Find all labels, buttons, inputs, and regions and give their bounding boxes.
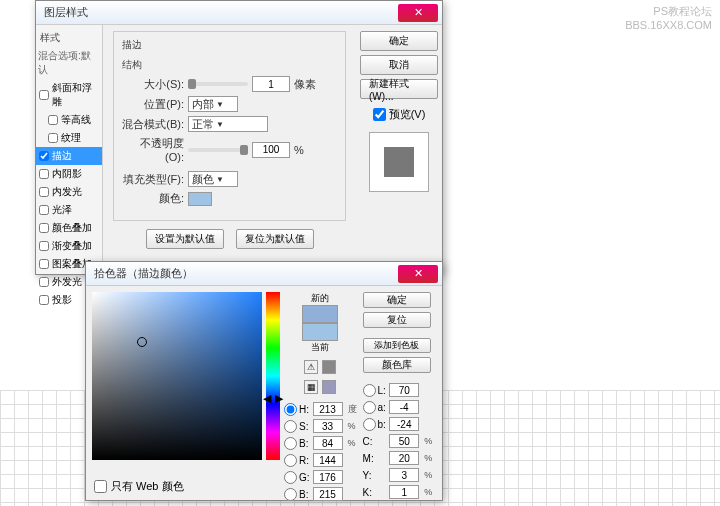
mode-radio[interactable] [284, 437, 297, 450]
color-ring[interactable] [137, 337, 147, 347]
val-input-Y[interactable] [389, 468, 419, 482]
val-label-L[interactable]: L: [363, 384, 387, 397]
set-default-button[interactable]: 设置为默认值 [146, 229, 224, 249]
sidebar-item-6[interactable]: 光泽 [36, 201, 102, 219]
reset-default-button[interactable]: 复位为默认值 [236, 229, 314, 249]
sidebar-check[interactable] [48, 115, 58, 125]
val-label-B[interactable]: B: [284, 437, 310, 450]
close-icon[interactable]: ✕ [398, 4, 438, 22]
position-dropdown[interactable]: 内部▼ [188, 96, 238, 112]
val-input-C[interactable] [389, 434, 419, 448]
sidebar-item-5[interactable]: 内发光 [36, 183, 102, 201]
sidebar-check[interactable] [39, 151, 49, 161]
val-input-L[interactable] [389, 383, 419, 397]
sidebar-check[interactable] [39, 205, 49, 215]
new-color-swatch[interactable] [302, 305, 338, 323]
val-label-Y[interactable]: Y: [363, 470, 387, 481]
mode-radio[interactable] [284, 403, 297, 416]
sidebar-check[interactable] [39, 259, 49, 269]
dlg1-titlebar[interactable]: 图层样式 ✕ [36, 1, 442, 25]
mode-radio[interactable] [284, 471, 297, 484]
current-color-swatch[interactable] [302, 323, 338, 341]
val-input-a[interactable] [389, 400, 419, 414]
picker-ok-button[interactable]: 确定 [363, 292, 431, 308]
picker-cancel-button[interactable]: 复位 [363, 312, 431, 328]
sidebar-item-label: 投影 [52, 293, 72, 307]
val-label-a[interactable]: a: [363, 401, 387, 414]
sidebar-check[interactable] [39, 277, 49, 287]
opacity-label: 不透明度(O): [122, 136, 184, 163]
val-input-B[interactable] [313, 487, 343, 501]
color-field[interactable] [92, 292, 262, 460]
color-picker-dialog: 拾色器（描边颜色） ✕ ◀▶ 新的 当前 ⚠ [85, 261, 443, 501]
websafe-swatch[interactable] [322, 380, 336, 394]
val-label-b[interactable]: b: [363, 418, 387, 431]
sidebar-item-7[interactable]: 颜色叠加 [36, 219, 102, 237]
opacity-slider[interactable] [188, 148, 248, 152]
val-label-H[interactable]: H: [284, 403, 310, 416]
sidebar-item-3[interactable]: 描边 [36, 147, 102, 165]
color-swatch[interactable] [188, 192, 212, 206]
add-swatch-button[interactable]: 添加到色板 [363, 338, 431, 353]
sidebar-check[interactable] [39, 187, 49, 197]
stroke-panel: 描边 结构 大小(S): 像素 位置(P): 内部▼ 混合模式(B): 正常▼ [103, 25, 356, 274]
mode-radio[interactable] [284, 454, 297, 467]
val-input-K[interactable] [389, 485, 419, 499]
size-input[interactable] [252, 76, 290, 92]
filltype-dropdown[interactable]: 颜色▼ [188, 171, 238, 187]
hue-slider[interactable]: ◀▶ [266, 292, 280, 460]
close-icon[interactable]: ✕ [398, 265, 438, 283]
gamut-warning-icon[interactable]: ⚠ [304, 360, 318, 374]
mode-radio[interactable] [284, 488, 297, 501]
struct-title: 结构 [122, 58, 337, 72]
sidebar-item-label: 渐变叠加 [52, 239, 92, 253]
mode-radio[interactable] [363, 384, 376, 397]
websafe-icon[interactable]: ▦ [304, 380, 318, 394]
mode-radio[interactable] [363, 418, 376, 431]
val-unit: % [424, 453, 432, 463]
dlg2-titlebar[interactable]: 拾色器（描边颜色） ✕ [86, 262, 442, 286]
gamut-swatch[interactable] [322, 360, 336, 374]
opacity-input[interactable] [252, 142, 290, 158]
mode-radio[interactable] [363, 401, 376, 414]
style-sidebar: 样式 混合选项:默认 斜面和浮雕等高线纹理描边内阴影内发光光泽颜色叠加渐变叠加图… [36, 25, 103, 274]
sidebar-item-1[interactable]: 等高线 [36, 111, 102, 129]
sidebar-item-2[interactable]: 纹理 [36, 129, 102, 147]
web-only-checkbox[interactable] [94, 480, 107, 493]
sidebar-check[interactable] [39, 241, 49, 251]
val-label-B[interactable]: B: [284, 488, 310, 501]
val-label-C[interactable]: C: [363, 436, 387, 447]
size-label: 大小(S): [122, 77, 184, 92]
val-label-S[interactable]: S: [284, 420, 310, 433]
size-slider[interactable] [188, 82, 248, 86]
val-label-R[interactable]: R: [284, 454, 310, 467]
val-label-G[interactable]: G: [284, 471, 310, 484]
val-label-M[interactable]: M: [363, 453, 387, 464]
sidebar-check[interactable] [48, 133, 58, 143]
preview-checkbox[interactable] [373, 108, 386, 121]
val-label-K[interactable]: K: [363, 487, 387, 498]
sidebar-item-0[interactable]: 斜面和浮雕 [36, 79, 102, 111]
val-input-H[interactable] [313, 402, 343, 416]
ok-button[interactable]: 确定 [360, 31, 438, 51]
cancel-button[interactable]: 取消 [360, 55, 438, 75]
sidebar-check[interactable] [39, 223, 49, 233]
preview-checkbox-row[interactable]: 预览(V) [373, 107, 426, 122]
val-input-R[interactable] [313, 453, 343, 467]
new-style-button[interactable]: 新建样式(W)... [360, 79, 438, 99]
blend-dropdown[interactable]: 正常▼ [188, 116, 268, 132]
sidebar-check[interactable] [39, 90, 49, 100]
val-input-G[interactable] [313, 470, 343, 484]
mode-radio[interactable] [284, 420, 297, 433]
sidebar-check[interactable] [39, 169, 49, 179]
sidebar-check[interactable] [39, 295, 49, 305]
sidebar-item-label: 内发光 [52, 185, 82, 199]
sidebar-item-8[interactable]: 渐变叠加 [36, 237, 102, 255]
val-input-S[interactable] [313, 419, 343, 433]
val-input-b[interactable] [389, 417, 419, 431]
val-input-M[interactable] [389, 451, 419, 465]
sidebar-item-4[interactable]: 内阴影 [36, 165, 102, 183]
val-input-B[interactable] [313, 436, 343, 450]
color-libs-button[interactable]: 颜色库 [363, 357, 431, 373]
sidebar-item-label: 纹理 [61, 131, 81, 145]
